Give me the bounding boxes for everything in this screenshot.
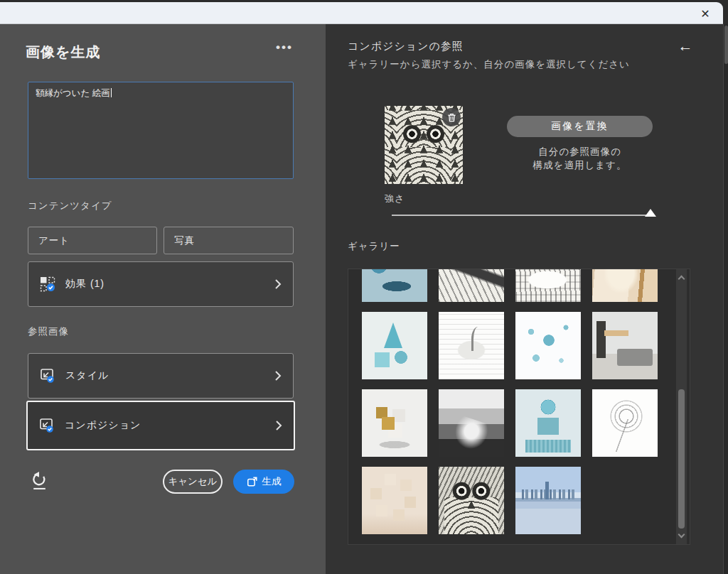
reference-description-line1: 自分の参照画像の bbox=[507, 145, 653, 158]
gallery-scrollbar-thumb[interactable] bbox=[678, 389, 685, 529]
content-type-art-button[interactable]: アート bbox=[28, 227, 157, 254]
chevron-right-icon bbox=[275, 420, 282, 431]
selected-reference-thumbnail-owl[interactable] bbox=[385, 106, 463, 184]
chevron-right-icon bbox=[274, 278, 282, 290]
close-icon[interactable]: ✕ bbox=[696, 6, 714, 23]
page-title: 画像を生成 bbox=[26, 43, 100, 62]
gallery-item-owl-illustration[interactable] bbox=[439, 467, 504, 534]
gallery-item-misty-river-grayscale[interactable] bbox=[439, 389, 504, 457]
style-reference-icon bbox=[40, 368, 55, 384]
gallery-item-geometric-cone-cube-sphere[interactable] bbox=[362, 312, 427, 379]
composition-label: コンポジション bbox=[65, 419, 275, 432]
back-arrow-icon[interactable]: ← bbox=[676, 37, 695, 55]
generate-icon bbox=[247, 476, 258, 487]
effects-icon bbox=[40, 276, 55, 292]
text-caret bbox=[111, 88, 112, 97]
reference-description-line2: 構成を適用します。 bbox=[507, 158, 653, 172]
content-type-photo-button[interactable]: 写真 bbox=[164, 227, 294, 254]
effects-label: 効果 (1) bbox=[65, 278, 274, 291]
effects-row[interactable]: 効果 (1) bbox=[28, 261, 294, 307]
composition-row-selected[interactable]: コンポジション bbox=[26, 401, 295, 450]
footer-actions: キャンセル 生成 bbox=[0, 470, 326, 498]
cancel-label: キャンセル bbox=[168, 475, 217, 488]
generate-image-dialog: 画像を生成 ••• 額縁がついた 絵画 コンテンツタイプ アート 写真 効果 (… bbox=[0, 24, 723, 574]
content-type-art-label: アート bbox=[38, 234, 70, 247]
panel-subtitle: ギャラリーから選択するか、自分の画像を選択してください bbox=[348, 58, 630, 71]
gallery-grid bbox=[362, 269, 666, 534]
generate-label: 生成 bbox=[262, 475, 282, 488]
chevron-right-icon bbox=[274, 370, 282, 381]
reference-image-label: 参照画像 bbox=[28, 325, 69, 338]
generate-button[interactable]: 生成 bbox=[233, 470, 294, 494]
prompt-input[interactable]: 額縁がついた 絵画 bbox=[28, 82, 294, 179]
composition-reference-panel: コンポジションの参照 ← ギャラリーから選択するか、自分の画像を選択してください… bbox=[326, 24, 723, 574]
gallery-item-blue-spheres-3d[interactable] bbox=[362, 269, 427, 302]
gallery-item-cat-by-window[interactable] bbox=[592, 269, 658, 302]
left-panel: 画像を生成 ••• 額縁がついた 絵画 コンテンツタイプ アート 写真 効果 (… bbox=[0, 24, 326, 574]
replace-image-button[interactable]: 画像を置換 bbox=[507, 116, 653, 137]
panel-title: コンポジションの参照 bbox=[348, 40, 464, 53]
gallery-item-gold-white-cubes[interactable] bbox=[362, 389, 427, 457]
cancel-button[interactable]: キャンセル bbox=[163, 470, 223, 494]
gallery-scrollbar[interactable] bbox=[676, 269, 687, 544]
window-titlebar: ✕ bbox=[0, 2, 723, 24]
window-scrollbar-thumb[interactable] bbox=[724, 26, 728, 64]
gallery-item-bird-branch-sketch[interactable] bbox=[439, 269, 504, 302]
delete-reference-button[interactable] bbox=[442, 108, 461, 126]
gallery-item-city-skyline-reflection[interactable] bbox=[515, 467, 581, 534]
reference-description: 自分の参照画像の 構成を適用します。 bbox=[507, 145, 653, 172]
slider-track[interactable] bbox=[392, 215, 655, 216]
gallery-item-forest-path-sketch[interactable] bbox=[515, 269, 581, 302]
gallery-label: ギャラリー bbox=[348, 240, 400, 253]
window-scrollbar[interactable] bbox=[723, 24, 728, 574]
style-row[interactable]: スタイル bbox=[28, 353, 294, 399]
gallery-container bbox=[348, 269, 690, 545]
strength-slider[interactable] bbox=[392, 209, 655, 220]
trash-icon bbox=[447, 113, 456, 122]
replace-image-label: 画像を置換 bbox=[551, 120, 608, 131]
gallery-item-swan-line-art[interactable] bbox=[439, 312, 504, 379]
strength-label: 強さ bbox=[385, 193, 405, 205]
composition-reference-icon bbox=[39, 418, 55, 433]
gallery-item-eggs-in-circle[interactable] bbox=[362, 467, 427, 534]
content-type-photo-label: 写真 bbox=[174, 234, 195, 247]
gallery-item-living-room-photo[interactable] bbox=[592, 312, 658, 379]
gallery-item-teal-sphere-pedestal[interactable] bbox=[515, 389, 581, 457]
gallery-item-rose-line-art[interactable] bbox=[592, 389, 658, 457]
scroll-up-icon[interactable] bbox=[678, 276, 685, 283]
more-options-icon[interactable]: ••• bbox=[273, 40, 296, 58]
content-type-label: コンテンツタイプ bbox=[28, 200, 112, 212]
gallery-item-floating-teal-spheres[interactable] bbox=[515, 312, 581, 379]
scroll-down-icon[interactable] bbox=[678, 531, 685, 538]
style-label: スタイル bbox=[65, 369, 274, 382]
reset-icon[interactable] bbox=[31, 471, 49, 491]
prompt-text: 額縁がついた 絵画 bbox=[36, 88, 110, 98]
slider-thumb[interactable] bbox=[645, 209, 656, 217]
